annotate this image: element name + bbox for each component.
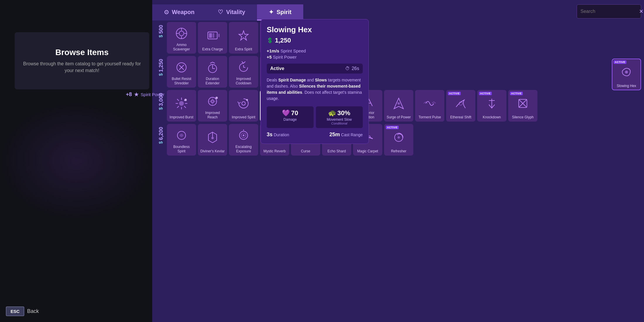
extra-charge-icon — [204, 24, 221, 47]
esc-button-group[interactable]: ESC Back — [6, 306, 39, 316]
shop-area[interactable]: $ 500 Ammo Scavenger — [152, 19, 644, 322]
coin-icon-3000: $ — [158, 107, 164, 110]
item-improved-reach[interactable]: Improved Reach — [198, 90, 227, 122]
improved-spirit-name: Improved Spirit — [232, 115, 256, 119]
detail-metric-slow-sub: Conditional — [319, 122, 360, 125]
item-improved-cooldown[interactable]: Improved Cooldown — [229, 56, 258, 88]
item-duration-extender[interactable]: Duration Extender — [198, 56, 227, 88]
spirit-icon: ✦ — [269, 8, 274, 16]
tier-label-500: $ 500 — [155, 22, 167, 40]
ammo-scavenger-name: Ammo Scavenger — [169, 43, 194, 51]
tier-row-6200: $ 6,200 Boundless Spirit — [155, 124, 641, 156]
svg-point-42 — [184, 99, 187, 101]
detail-metric-damage-val: 💜 70 — [270, 109, 311, 117]
item-improved-burst[interactable]: Improved Burst — [167, 90, 196, 122]
selected-mini-name: Slowing Hex — [617, 84, 636, 88]
tab-weapon[interactable]: ⊙ Weapon — [152, 4, 206, 21]
detail-footer-duration: 3s Duration — [267, 132, 289, 138]
svg-point-1 — [179, 31, 184, 36]
detail-item-name: Slowing Hex — [267, 25, 363, 34]
tier-3000-items: Improved Burst Improved Reach — [167, 90, 641, 122]
item-knockdown[interactable]: ACTIVE Knockdown — [477, 90, 506, 122]
item-ammo-scavenger[interactable]: Ammo Scavenger — [167, 22, 196, 54]
svg-point-84 — [398, 136, 400, 139]
back-label: Back — [27, 308, 39, 314]
improved-spirit-icon — [235, 92, 252, 115]
item-torment-pulse[interactable]: Torment Pulse — [415, 90, 444, 122]
silence-glyph-active-badge: ACTIVE — [510, 92, 523, 95]
extra-charge-name: Extra Charge — [202, 47, 223, 51]
svg-point-33 — [179, 101, 184, 106]
svg-point-48 — [242, 102, 245, 105]
tier-row-1250: $ 1,250 Bullet Resist Shredder — [155, 56, 641, 88]
duration-extender-icon — [204, 58, 221, 76]
improved-burst-name: Improved Burst — [169, 115, 193, 119]
coin-icon-6200: $ — [158, 141, 164, 144]
knockdown-icon — [484, 92, 500, 115]
surge-of-power-name: Surge of Power — [387, 115, 411, 119]
diviners-kevlar-name: Diviner's Kevlar — [201, 149, 225, 153]
item-bullet-resist-shredder[interactable]: Bullet Resist Shredder — [167, 56, 196, 88]
tab-weapon-label: Weapon — [172, 9, 194, 16]
item-refresher[interactable]: ACTIVE Refresher — [384, 124, 413, 156]
improved-reach-name: Improved Reach — [200, 111, 225, 119]
detail-metric-damage: 💜 70 Damage — [267, 106, 314, 128]
svg-point-60 — [398, 102, 400, 105]
refresher-active-badge: ACTIVE — [386, 126, 399, 129]
detail-price-coin-icon: 💲 — [267, 37, 273, 44]
esc-key[interactable]: ESC — [6, 306, 24, 316]
detail-metric-damage-label: Damage — [270, 117, 311, 122]
item-escalating-exposure[interactable]: Escalating Exposure — [229, 124, 258, 156]
knockdown-active-badge: ACTIVE — [479, 92, 492, 95]
item-silence-glyph[interactable]: ACTIVE Silence Glyph — [508, 90, 537, 122]
search-clear-button[interactable]: ✕ — [639, 8, 643, 15]
extra-spirit-icon — [235, 24, 252, 47]
slow-icon: 🐢 — [328, 109, 336, 117]
detail-metric-slow: 🐢 30% Movement Slow Conditional — [316, 106, 363, 128]
echo-shard-name: Echo Shard — [328, 149, 346, 153]
detail-stat-0: +1m/s Sprint Speed — [267, 48, 363, 53]
diviners-kevlar-icon — [204, 126, 221, 149]
item-extra-charge[interactable]: Extra Charge — [198, 22, 227, 54]
spirit-badge-icon: ★ — [134, 91, 139, 98]
improved-burst-icon — [173, 92, 190, 115]
selected-mini-card[interactable]: ACTIVE Slowing Hex — [612, 59, 641, 90]
tab-spirit[interactable]: ✦ Spirit — [257, 4, 303, 21]
detail-panel: Slowing Hex 💲 1,250 +1m/s Sprint Speed +… — [261, 19, 369, 144]
search-input[interactable] — [580, 9, 639, 14]
extra-spirit-name: Extra Spirit — [235, 47, 252, 51]
detail-stats: +1m/s Sprint Speed +5 Spirit Power — [267, 48, 363, 59]
item-improved-spirit[interactable]: Improved Spirit — [229, 90, 258, 122]
item-boundless-spirit[interactable]: Boundless Spirit — [167, 124, 196, 156]
svg-point-47 — [215, 97, 218, 99]
tab-vitality[interactable]: ♡ Vitality — [206, 4, 257, 21]
search-box: ✕ — [577, 4, 641, 18]
svg-point-70 — [211, 137, 214, 139]
torment-pulse-icon — [422, 92, 438, 115]
coin-icon-500: $ — [158, 35, 164, 38]
detail-metrics: 💜 70 Damage 🐢 30% Movement Slow Conditio… — [267, 106, 363, 128]
item-surge-of-power[interactable]: Surge of Power — [384, 90, 413, 122]
boundless-spirit-icon — [173, 126, 190, 144]
detail-cooldown: ⏱ 26s — [345, 66, 359, 71]
weapon-icon: ⊙ — [164, 8, 169, 16]
cooldown-icon: ⏱ — [345, 66, 350, 71]
item-diviners-kevlar[interactable]: Diviner's Kevlar — [198, 124, 227, 156]
tier-label-1250: $ 1,250 — [155, 56, 167, 79]
detail-active-label: Active — [270, 66, 284, 71]
escalating-exposure-icon — [235, 126, 252, 144]
item-extra-spirit[interactable]: Extra Spirit — [229, 22, 258, 54]
detail-price-value: 1,250 — [275, 37, 291, 44]
detail-active-row: Active ⏱ 26s — [267, 64, 363, 74]
item-ethereal-shift[interactable]: ACTIVE Ethereal Shift — [446, 90, 475, 122]
detail-stat-1: +5 Spirit Power — [267, 54, 363, 59]
detail-price-row: 💲 1,250 — [267, 37, 363, 44]
svg-point-85 — [625, 71, 628, 74]
escalating-exposure-name: Escalating Exposure — [231, 145, 256, 153]
cooldown-value: 26s — [352, 66, 359, 71]
bg-art — [0, 103, 152, 220]
silence-glyph-name: Silence Glyph — [512, 115, 534, 119]
coin-icon-1250: $ — [158, 73, 164, 76]
browse-panel: Browse Items Browse through the item cat… — [15, 32, 149, 89]
improved-cooldown-name: Improved Cooldown — [231, 77, 256, 85]
